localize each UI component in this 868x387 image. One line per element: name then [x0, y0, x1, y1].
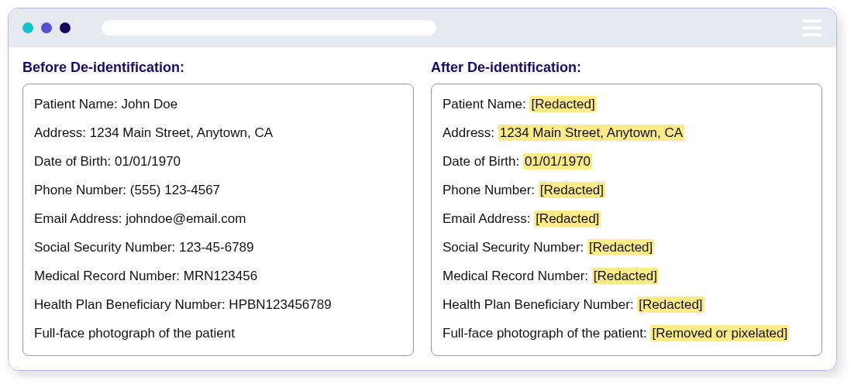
field-label: Email Address: — [443, 211, 530, 226]
list-item: Patient Name: John Doe — [34, 91, 402, 119]
window-controls — [22, 22, 71, 33]
url-bar[interactable] — [102, 20, 436, 36]
list-item: Health Plan Beneficiary Number: HPBN1234… — [34, 291, 402, 320]
window-dot-2[interactable] — [41, 22, 52, 33]
field-label: Full-face photograph of the patient: — [443, 326, 647, 341]
field-label: Health Plan Beneficiary Number: — [34, 297, 226, 312]
list-item: Phone Number: (555) 123-4567 — [34, 176, 402, 205]
list-item: Phone Number: [Redacted] — [443, 176, 811, 205]
field-value-highlight: [Redacted] — [534, 211, 601, 227]
browser-window: Before De-identification: Patient Name: … — [8, 8, 837, 371]
field-label: Address: — [34, 125, 86, 140]
field-value-highlight: [Redacted] — [587, 239, 654, 255]
field-value: 1234 Main Street, Anytown, CA — [90, 125, 273, 140]
before-box: Patient Name: John Doe Address: 1234 Mai… — [22, 84, 414, 356]
titlebar — [9, 9, 836, 47]
field-value-highlight: [Redacted] — [637, 296, 704, 313]
field-label: Email Address: — [34, 211, 122, 226]
field-label: Full-face photograph of the patient — [34, 326, 235, 341]
field-value: (555) 123-4567 — [130, 183, 220, 197]
field-label: Phone Number: — [443, 183, 535, 197]
list-item: Medical Record Number: [Redacted] — [443, 262, 811, 291]
field-value-highlight: [Redacted] — [529, 96, 596, 112]
after-column: After De-identification: Patient Name: [… — [431, 60, 822, 356]
list-item: Social Security Number: 123-45-6789 — [34, 234, 402, 262]
field-value: John Doe — [121, 97, 177, 111]
menu-icon[interactable] — [802, 19, 822, 36]
field-value-highlight: 01/01/1970 — [523, 153, 592, 170]
field-label: Phone Number: — [34, 183, 126, 197]
list-item: Medical Record Number: MRN123456 — [34, 262, 402, 291]
window-dot-1[interactable] — [22, 22, 33, 33]
field-label: Health Plan Beneficiary Number: — [443, 297, 634, 312]
list-item: Address: 1234 Main Street, Anytown, CA — [34, 119, 402, 148]
field-value: 123-45-6789 — [179, 240, 253, 255]
field-value: johndoe@email.com — [126, 211, 246, 226]
list-item: Date of Birth: 01/01/1970 — [34, 148, 402, 176]
field-value: MRN123456 — [184, 269, 257, 283]
field-value: HPBN123456789 — [229, 297, 331, 312]
before-column: Before De-identification: Patient Name: … — [22, 60, 414, 356]
field-label: Medical Record Number: — [443, 269, 588, 283]
list-item: Full-face photograph of the patient — [34, 320, 402, 348]
list-item: Address: 1234 Main Street, Anytown, CA — [443, 119, 811, 148]
field-value-highlight: [Removed or pixelated] — [650, 325, 789, 341]
before-title: Before De-identification: — [22, 60, 414, 76]
content-area: Before De-identification: Patient Name: … — [9, 47, 836, 370]
field-label: Address: — [443, 125, 494, 140]
list-item: Email Address: [Redacted] — [443, 205, 811, 234]
window-dot-3[interactable] — [60, 22, 71, 33]
list-item: Date of Birth: 01/01/1970 — [443, 148, 811, 176]
field-value: 01/01/1970 — [115, 154, 181, 169]
field-value-highlight: 1234 Main Street, Anytown, CA — [498, 125, 684, 141]
field-value-highlight: [Redacted] — [592, 268, 659, 284]
list-item: Social Security Number: [Redacted] — [443, 234, 811, 262]
list-item: Patient Name: [Redacted] — [443, 91, 811, 119]
field-label: Patient Name: — [34, 97, 118, 111]
after-title: After De-identification: — [431, 60, 822, 76]
list-item: Health Plan Beneficiary Number: [Redacte… — [443, 291, 811, 320]
after-box: Patient Name: [Redacted] Address: 1234 M… — [431, 84, 822, 356]
list-item: Email Address: johndoe@email.com — [34, 205, 402, 234]
field-label: Date of Birth: — [34, 154, 111, 169]
field-label: Social Security Number: — [443, 240, 584, 255]
field-label: Patient Name: — [443, 97, 526, 111]
field-label: Social Security Number: — [34, 240, 175, 255]
field-label: Date of Birth: — [443, 154, 519, 169]
field-label: Medical Record Number: — [34, 269, 180, 283]
field-value-highlight: [Redacted] — [539, 182, 605, 198]
list-item: Full-face photograph of the patient: [Re… — [443, 320, 811, 348]
